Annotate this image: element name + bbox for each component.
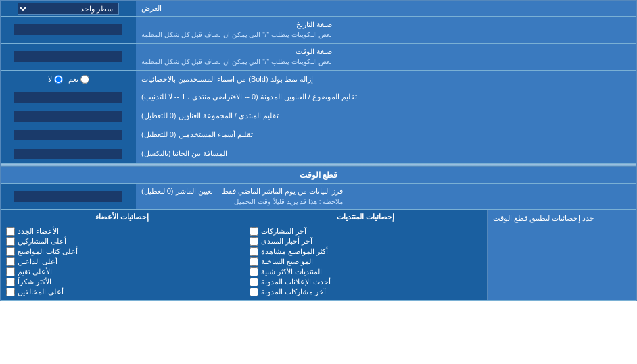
stat-checkbox-2-6[interactable]	[6, 278, 15, 286]
stats-col1-title: إحصائيات المنتديات	[250, 213, 482, 224]
stat-checkbox-1-2[interactable]	[250, 237, 258, 246]
stat-item-1-6: أحدث الإعلانات المدونة	[250, 277, 482, 287]
stats-columns: إحصائيات المنتديات آخر المشاركات آخر أخب…	[1, 210, 488, 300]
bold-no-radio[interactable]	[54, 75, 63, 84]
topics-threads-label: تقليم الموضوع / العناوين المدونة (0 -- ا…	[136, 88, 636, 107]
bold-yes-radio[interactable]	[80, 75, 89, 84]
time-format-input[interactable]: H:i	[14, 51, 122, 62]
cutoff-input-wrap: 0	[1, 184, 136, 210]
bold-no-label[interactable]: لا	[48, 75, 63, 84]
usernames-input[interactable]: 0	[14, 130, 122, 140]
stats-col1: إحصائيات المنتديات آخر المشاركات آخر أخب…	[244, 210, 488, 300]
bold-yes-label[interactable]: نعم	[68, 75, 89, 84]
stat-item-1-3: أكثر المواضيع مشاهدة	[250, 246, 482, 257]
stat-item-2-6: الأكثر شكراً	[6, 277, 239, 287]
stat-checkbox-2-7[interactable]	[6, 288, 15, 296]
forum-group-label: تقليم المنتدى / المجموعة العناوين (0 للت…	[136, 107, 636, 126]
bold-remove-label: إزالة نمط بولد (Bold) من اسماء المستخدمي…	[136, 71, 636, 88]
page-gap-input-wrap: 2	[1, 145, 136, 163]
page-gap-label: المسافة بين الخانيا (بالبكسل)	[136, 145, 636, 163]
stat-item-1-1: آخر المشاركات	[250, 226, 482, 236]
page-gap-input[interactable]: 2	[14, 149, 122, 159]
date-format-label: صيغة التاريخبعض التكوينات يتطلب "/" التي…	[136, 17, 636, 43]
bold-remove-inputs: نعم لا	[1, 71, 136, 88]
stat-item-2-2: أعلى المشاركين	[6, 236, 239, 246]
stat-item-1-7: آخر مشاركات المدونة	[250, 287, 482, 297]
page-gap-row: المسافة بين الخانيا (بالبكسل) 2	[1, 145, 636, 164]
stat-checkbox-1-6[interactable]	[250, 278, 258, 286]
display-label: العرض	[136, 1, 636, 16]
stat-checkbox-1-3[interactable]	[250, 247, 258, 256]
stat-item-2-3: أعلى كتاب المواضيع	[6, 246, 239, 257]
time-format-row: صيغة الوقتبعض التكوينات يتطلب "/" التي ي…	[1, 44, 636, 71]
topics-threads-input-wrap: 33	[1, 88, 136, 107]
cutoff-section-header: قطع الوقت	[1, 167, 636, 184]
usernames-label: تقليم أسماء المستخدمين (0 للتعطيل)	[136, 126, 636, 145]
topics-threads-row: تقليم الموضوع / العناوين المدونة (0 -- ا…	[1, 88, 636, 107]
stat-checkbox-1-4[interactable]	[250, 257, 258, 266]
time-format-label: صيغة الوقتبعض التكوينات يتطلب "/" التي ي…	[136, 44, 636, 70]
display-select[interactable]: سطر واحد سطرين ثلاثة أسطر	[18, 3, 119, 15]
stat-checkbox-1-1[interactable]	[250, 227, 258, 236]
main-container: العرض سطر واحد سطرين ثلاثة أسطر صيغة الت…	[0, 0, 637, 301]
date-format-row: صيغة التاريخبعض التكوينات يتطلب "/" التي…	[1, 17, 636, 44]
stat-item-2-7: أعلى المخالفين	[6, 287, 239, 297]
stat-item-1-5: المنتديات الأكثر شبية	[250, 267, 482, 277]
bold-remove-row: إزالة نمط بولد (Bold) من اسماء المستخدمي…	[1, 71, 636, 88]
stat-item-1-4: المواضيع الساخنة	[250, 257, 482, 267]
stats-section-wrapper: حدد إحصائيات لتطبيق قطع الوقت إحصائيات ا…	[1, 210, 636, 301]
topics-threads-input[interactable]: 33	[14, 92, 122, 103]
stat-item-2-1: الأعضاء الجدد	[6, 226, 239, 236]
time-format-input-wrap: H:i	[1, 44, 136, 70]
cutoff-row: فرز البيانات من يوم الماشر الماضي فقط --…	[1, 184, 636, 211]
stat-item-2-4: أعلى الداعين	[6, 257, 239, 267]
stat-checkbox-2-5[interactable]	[6, 267, 15, 276]
cutoff-input[interactable]: 0	[14, 191, 122, 202]
forum-group-row: تقليم المنتدى / المجموعة العناوين (0 للت…	[1, 107, 636, 126]
stat-checkbox-1-5[interactable]	[250, 267, 258, 276]
stats-col2: إحصائيات الأعضاء الأعضاء الجدد أعلى المش…	[1, 210, 244, 300]
date-format-input-wrap: d-m	[1, 17, 136, 43]
stats-apply-label: حدد إحصائيات لتطبيق قطع الوقت	[488, 210, 636, 300]
display-select-wrap: سطر واحد سطرين ثلاثة أسطر	[1, 1, 136, 16]
usernames-row: تقليم أسماء المستخدمين (0 للتعطيل) 0	[1, 126, 636, 145]
forum-group-input-wrap: 33	[1, 107, 136, 126]
stat-item-1-2: آخر أخبار المنتدى	[250, 236, 482, 246]
forum-group-input[interactable]: 33	[14, 111, 122, 122]
stat-item-2-5: الأعلى تقيم	[6, 267, 239, 277]
cutoff-label: فرز البيانات من يوم الماشر الماضي فقط --…	[136, 184, 636, 210]
date-format-input[interactable]: d-m	[14, 24, 122, 35]
stats-col2-title: إحصائيات الأعضاء	[6, 213, 239, 224]
stat-checkbox-2-2[interactable]	[6, 237, 15, 246]
usernames-input-wrap: 0	[1, 126, 136, 145]
stat-checkbox-2-4[interactable]	[6, 257, 15, 266]
stat-checkbox-1-7[interactable]	[250, 288, 258, 296]
stat-checkbox-2-3[interactable]	[6, 247, 15, 256]
display-row: العرض سطر واحد سطرين ثلاثة أسطر	[1, 1, 636, 17]
stat-checkbox-2-1[interactable]	[6, 227, 15, 236]
